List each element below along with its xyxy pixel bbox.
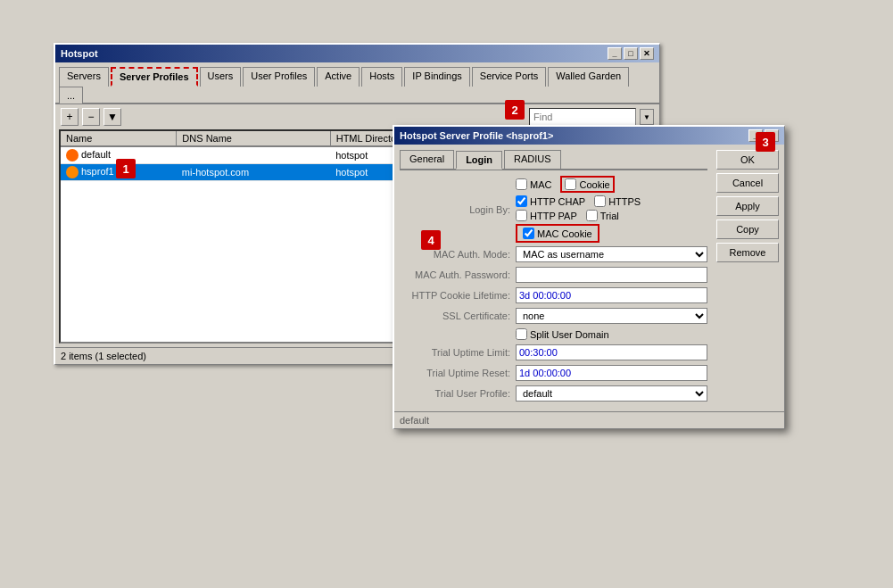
http-pap-label: HTTP PAP: [530, 211, 577, 221]
login-row-http-pap-trial: HTTP PAP Trial: [516, 210, 641, 221]
tab-user-profiles[interactable]: User Profiles: [243, 67, 315, 87]
cookie-option: Cookie: [560, 176, 614, 193]
split-user-domain-option: Split User Domain: [516, 328, 609, 340]
login-by-label: Login By:: [400, 204, 516, 215]
profile-titlebar: Hotspot Server Profile <hsprof1> _ ✕: [394, 127, 784, 145]
cell-dns: mi-hotspot.com: [177, 164, 330, 181]
tab-ip-bindings[interactable]: IP Bindings: [404, 67, 469, 87]
tab-users[interactable]: Users: [200, 67, 242, 87]
trial-uptime-limit-label: Trial Uptime Limit:: [400, 347, 516, 358]
mac-auth-mode-row: MAC Auth. Mode: MAC as username: [400, 246, 707, 262]
split-user-domain-row: Split User Domain: [400, 328, 707, 340]
profile-main: General Login RADIUS Login By: MAC Co: [394, 145, 713, 411]
mac-auth-password-input[interactable]: [516, 267, 707, 283]
mac-label: MAC: [530, 179, 551, 190]
col-name[interactable]: Name: [61, 131, 177, 146]
copy-button[interactable]: Copy: [716, 219, 779, 239]
http-cookie-lifetime-input[interactable]: [516, 287, 707, 303]
tab-walled-garden[interactable]: Walled Garden: [548, 67, 629, 87]
hotspot-tab-bar: Servers Server Profiles Users User Profi…: [55, 62, 659, 104]
profile-status-text: default: [400, 415, 429, 426]
profile-buttons: OK Cancel Apply Copy Remove: [713, 145, 784, 411]
split-user-domain-checkbox[interactable]: [516, 328, 527, 340]
trial-checkbox[interactable]: [586, 210, 598, 221]
http-cookie-lifetime-label: HTTP Cookie Lifetime:: [400, 290, 516, 301]
http-chap-label: HTTP CHAP: [530, 196, 585, 207]
tab-server-profiles[interactable]: Server Profiles: [111, 67, 198, 87]
cancel-button[interactable]: Cancel: [716, 173, 779, 193]
annotation-3: 3: [756, 132, 775, 152]
tab-hosts[interactable]: Hosts: [361, 67, 402, 87]
annotation-1: 1: [116, 159, 136, 178]
tab-general[interactable]: General: [400, 150, 454, 169]
row-icon: [66, 149, 79, 161]
http-pap-option: HTTP PAP: [516, 210, 577, 221]
ssl-certificate-row: SSL Certificate: none: [400, 308, 707, 324]
trial-uptime-reset-row: Trial Uptime Reset:: [400, 365, 707, 381]
trial-uptime-reset-label: Trial Uptime Reset:: [400, 368, 516, 378]
mac-checkbox[interactable]: [516, 178, 527, 190]
login-by-options: MAC Cookie HTTP CHAP: [516, 176, 641, 243]
trial-uptime-reset-input[interactable]: [516, 365, 707, 381]
ssl-certificate-select[interactable]: none: [516, 308, 707, 324]
cookie-checkbox[interactable]: [565, 178, 576, 190]
hotspot-titlebar: Hotspot _ □ ✕: [55, 45, 659, 62]
mac-auth-password-label: MAC Auth. Password:: [400, 269, 516, 280]
trial-user-profile-row: Trial User Profile: default: [400, 385, 707, 402]
mac-option: MAC: [516, 178, 551, 190]
restore-button[interactable]: □: [624, 47, 638, 60]
login-row-http-chap-https: HTTP CHAP HTTPS: [516, 195, 641, 207]
col-dns-name[interactable]: DNS Name: [177, 131, 330, 146]
trial-uptime-limit-row: Trial Uptime Limit:: [400, 344, 707, 360]
login-row-mac-cookie-check: MAC Cookie: [516, 224, 641, 243]
login-by-row: Login By: MAC Cookie: [400, 176, 707, 243]
https-label: HTTPS: [608, 196, 641, 207]
trial-uptime-limit-input[interactable]: [516, 344, 707, 360]
ok-button[interactable]: OK: [716, 150, 779, 170]
https-option: HTTPS: [594, 195, 641, 207]
profile-statusbar: default: [394, 411, 784, 428]
http-pap-checkbox[interactable]: [516, 210, 527, 221]
cookie-label: Cookie: [579, 179, 609, 190]
tab-service-ports[interactable]: Service Ports: [472, 67, 546, 87]
tab-active[interactable]: Active: [317, 67, 360, 87]
tab-servers[interactable]: Servers: [59, 67, 109, 87]
apply-button[interactable]: Apply: [716, 196, 779, 216]
find-dropdown[interactable]: ▼: [640, 109, 654, 125]
close-button[interactable]: ✕: [640, 47, 654, 60]
annotation-2: 2: [505, 100, 525, 120]
mac-cookie-checkbox[interactable]: [523, 228, 534, 239]
trial-user-profile-select-wrapper: default: [516, 385, 707, 402]
mac-auth-mode-select-wrapper: MAC as username: [516, 246, 707, 262]
annotation-4: 4: [421, 230, 441, 250]
mac-auth-mode-select[interactable]: MAC as username: [516, 246, 707, 262]
split-user-domain-label: Split User Domain: [530, 329, 609, 340]
tab-radius[interactable]: RADIUS: [504, 150, 561, 169]
hotspot-title: Hotspot: [61, 48, 98, 59]
profile-content: General Login RADIUS Login By: MAC Co: [394, 145, 784, 411]
tab-login[interactable]: Login: [456, 151, 502, 170]
trial-user-profile-select[interactable]: default: [516, 385, 707, 402]
profile-dialog: Hotspot Server Profile <hsprof1> _ ✕ Gen…: [393, 125, 785, 429]
add-button[interactable]: +: [61, 108, 79, 126]
trial-option: Trial: [586, 210, 619, 221]
http-chap-option: HTTP CHAP: [516, 195, 585, 207]
minimize-button[interactable]: _: [608, 47, 622, 60]
remove-button[interactable]: −: [82, 108, 100, 126]
search-input[interactable]: [529, 108, 636, 126]
filter-button[interactable]: ▼: [103, 108, 121, 126]
cell-dns: [177, 146, 330, 164]
row-icon: [66, 166, 79, 178]
trial-label: Trial: [600, 211, 619, 221]
http-cookie-lifetime-row: HTTP Cookie Lifetime:: [400, 287, 707, 303]
profile-tab-bar: General Login RADIUS: [400, 150, 707, 170]
mac-cookie-label: MAC Cookie: [537, 228, 592, 239]
mac-cookie-option: MAC Cookie: [516, 224, 599, 243]
login-row-mac-cookie: MAC Cookie: [516, 176, 641, 193]
tab-more[interactable]: ...: [59, 87, 83, 104]
hotspot-titlebar-buttons: _ □ ✕: [608, 47, 654, 60]
profile-title: Hotspot Server Profile <hsprof1>: [400, 130, 553, 141]
remove-button[interactable]: Remove: [716, 243, 779, 262]
https-checkbox[interactable]: [594, 195, 606, 207]
http-chap-checkbox[interactable]: [516, 195, 527, 207]
